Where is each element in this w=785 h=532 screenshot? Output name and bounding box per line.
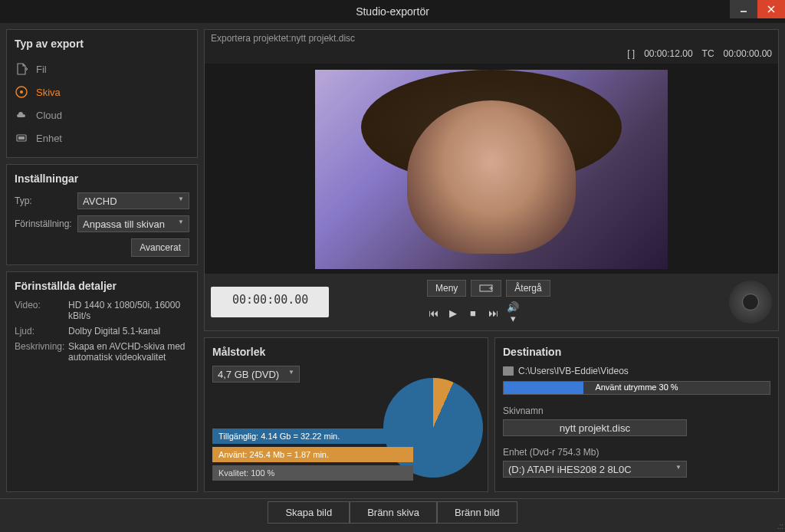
svg-rect-4 [18,136,25,140]
window-controls [730,0,785,18]
export-item-cloud[interactable]: Cloud [15,103,189,126]
svg-rect-0 [741,11,747,12]
cloud-icon [15,108,28,122]
settings-header: Inställningar [15,172,189,185]
minimize-icon [740,5,747,13]
menu-button[interactable]: Meny [427,280,466,297]
type-select[interactable]: AVCHD [77,192,189,209]
export-item-device[interactable]: Enhet [15,126,189,149]
target-size-select[interactable]: 4,7 GB (DVD) [212,366,300,383]
jog-wheel[interactable] [729,281,772,323]
create-image-button[interactable]: Skapa bild [268,501,350,524]
progress-text: Använt utrymme 30 % [504,383,770,392]
prev-button[interactable]: ⏮ [427,307,439,319]
project-text: Exportera projektet:nytt projekt.disc [211,33,355,44]
settings-panel: Inställningar Typ: AVCHD Förinställning:… [6,164,198,265]
export-item-file[interactable]: Fil [15,57,189,80]
export-item-label: Enhet [36,133,62,144]
stop-button[interactable]: ■ [467,307,479,319]
export-item-label: Cloud [36,110,62,121]
device-select[interactable]: (D:) ATAPI iHES208 2 8L0C [503,461,687,478]
desc-value: Skapa en AVCHD-skiva med automatisk vide… [68,341,189,363]
svg-point-2 [20,90,23,94]
export-item-disc[interactable]: Skiva [15,80,189,103]
available-bar: Tillgänglig: 4.14 Gb = 32.22 min. [212,429,413,444]
window-title: Studio-exportör [356,5,429,18]
device-icon [15,131,28,145]
export-item-label: Fil [36,64,47,75]
loop-icon [479,284,493,292]
video-value: HD 1440 x 1080/50i, 16000 kBit/s [68,300,189,321]
desc-label: Beskrivning: [15,341,68,363]
tc-bracket: [ ] [627,48,635,59]
close-icon [767,5,775,13]
target-header: Målstorlek [212,346,480,358]
minimize-button[interactable] [730,0,757,18]
volume-button[interactable]: 🔊▾ [507,301,519,324]
burn-disc-button[interactable]: Bränn skiva [350,501,437,524]
video-preview [205,64,778,274]
details-header: Förinställda detaljer [15,280,189,292]
titlebar: Studio-exportör [0,0,785,23]
playback-controls: 00:00:00.00 Meny Återgå ⏮ ▶ ■ ⏭ � [205,274,778,330]
space-progress: Använt utrymme 30 % [503,381,770,395]
audio-value: Dolby Digital 5.1-kanal [68,326,189,337]
preset-select[interactable]: Anpassa till skivan [77,215,189,232]
destination-path[interactable]: C:\Users\IVB-Eddie\Videos [518,366,629,376]
resize-grip[interactable]: .:: [777,522,783,530]
export-type-header: Typ av export [15,38,189,50]
quality-bar: Kvalitet: 100 % [212,465,413,481]
return-button[interactable]: Återgå [506,280,550,297]
burn-image-button[interactable]: Bränn bild [437,501,517,524]
preview-panel: Exportera projektet:nytt projekt.disc [ … [204,29,779,331]
target-size-panel: Målstorlek 4,7 GB (DVD) Tillgänglig: 4.1… [204,337,488,492]
details-panel: Förinställda detaljer Video: HD 1440 x 1… [6,271,198,492]
disc-icon [15,85,28,99]
disc-usage-pie [383,378,483,478]
play-button[interactable]: ▶ [447,307,459,319]
audio-label: Ljud: [15,326,68,337]
device-label: Enhet (Dvd-r 754.3 Mb) [503,447,770,458]
preset-label: Förinställning: [15,218,77,229]
diskname-label: Skivnamn [503,406,770,416]
close-button[interactable] [757,0,785,18]
tc-current: 00:00:00.00 [724,48,772,59]
tc-label: TC [702,48,714,59]
tc-duration: 00:00:12.00 [644,48,692,59]
footer: Skapa bild Bränn skiva Bränn bild [0,498,785,526]
video-label: Video: [15,300,68,321]
timecode-display: 00:00:00.00 [211,287,329,317]
destination-header: Destination [503,346,770,358]
export-type-panel: Typ av export Fil Skiva Cloud [6,29,198,158]
advanced-button[interactable]: Avancerat [131,238,189,257]
loop-button[interactable] [471,280,501,297]
export-item-label: Skiva [36,87,61,98]
destination-panel: Destination C:\Users\IVB-Eddie\Videos An… [494,337,779,492]
file-icon [15,62,28,76]
used-bar: Använt: 245.4 Mb = 1.87 min. [212,447,413,462]
diskname-input[interactable] [503,419,687,436]
folder-icon [503,366,514,376]
type-label: Typ: [15,195,77,206]
next-button[interactable]: ⏭ [487,307,499,319]
